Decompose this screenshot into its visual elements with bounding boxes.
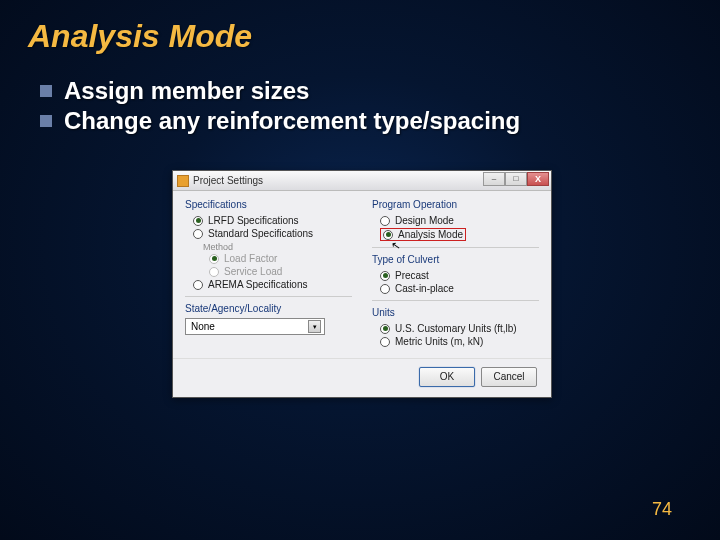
radio-label: Analysis Mode [398,229,463,240]
highlight-box: Analysis Mode ↖ [380,228,466,241]
square-bullet-icon [40,115,52,127]
dialog-title: Project Settings [193,175,263,186]
bullet-text: Change any reinforcement type/spacing [64,107,520,135]
square-bullet-icon [40,85,52,97]
left-column: Specifications LRFD Specifications Stand… [185,199,352,348]
list-item: Assign member sizes [40,77,720,105]
operation-label: Program Operation [372,199,539,210]
specifications-label: Specifications [185,199,352,210]
radio-icon [193,229,203,239]
method-label: Method [185,242,352,252]
radio-icon [193,280,203,290]
radio-label: AREMA Specifications [208,279,308,290]
radio-icon [383,230,393,240]
right-column: Program Operation Design Mode Analysis M… [372,199,539,348]
units-label: Units [372,307,539,318]
radio-standard-spec[interactable]: Standard Specifications [185,227,352,240]
radio-cast-in-place[interactable]: Cast-in-place [372,282,539,295]
list-item: Change any reinforcement type/spacing [40,107,720,135]
radio-arema[interactable]: AREMA Specifications [185,278,352,291]
radio-design-mode[interactable]: Design Mode [372,214,539,227]
radio-icon [380,216,390,226]
locality-label: State/Agency/Locality [185,303,352,314]
radio-label: Precast [395,270,429,281]
radio-label: Cast-in-place [395,283,454,294]
bullet-list: Assign member sizes Change any reinforce… [0,55,720,135]
project-settings-dialog: Project Settings – □ X Specifications LR… [172,170,552,398]
dropdown-value: None [191,321,215,332]
radio-lrfd[interactable]: LRFD Specifications [185,214,352,227]
page-number: 74 [652,499,672,520]
radio-load-factor: Load Factor [185,252,352,265]
bullet-text: Assign member sizes [64,77,309,105]
radio-icon [380,284,390,294]
radio-icon [193,216,203,226]
radio-label: Load Factor [224,253,277,264]
radio-metric-units[interactable]: Metric Units (m, kN) [372,335,539,348]
window-controls: – □ X [483,172,549,186]
close-button[interactable]: X [527,172,549,186]
radio-icon [380,337,390,347]
dialog-body: Specifications LRFD Specifications Stand… [173,191,551,354]
radio-us-units[interactable]: U.S. Customary Units (ft,lb) [372,322,539,335]
dialog-titlebar[interactable]: Project Settings – □ X [173,171,551,191]
radio-service-load: Service Load [185,265,352,278]
chevron-down-icon: ▾ [308,320,321,333]
radio-label: LRFD Specifications [208,215,299,226]
locality-dropdown[interactable]: None ▾ [185,318,325,335]
radio-label: Standard Specifications [208,228,313,239]
ok-button[interactable]: OK [419,367,475,387]
divider [185,296,352,297]
culvert-label: Type of Culvert [372,254,539,265]
radio-icon [209,267,219,277]
cursor-icon: ↖ [390,238,401,252]
radio-label: U.S. Customary Units (ft,lb) [395,323,517,334]
radio-label: Design Mode [395,215,454,226]
maximize-button[interactable]: □ [505,172,527,186]
minimize-button[interactable]: – [483,172,505,186]
cancel-button[interactable]: Cancel [481,367,537,387]
radio-icon [209,254,219,264]
radio-icon [380,324,390,334]
radio-icon [380,271,390,281]
dialog-button-row: OK Cancel [173,358,551,397]
divider [372,300,539,301]
slide-title: Analysis Mode [0,0,720,55]
radio-analysis-mode[interactable]: Analysis Mode ↖ [372,227,539,242]
radio-precast[interactable]: Precast [372,269,539,282]
app-icon [177,175,189,187]
radio-label: Service Load [224,266,282,277]
radio-label: Metric Units (m, kN) [395,336,483,347]
